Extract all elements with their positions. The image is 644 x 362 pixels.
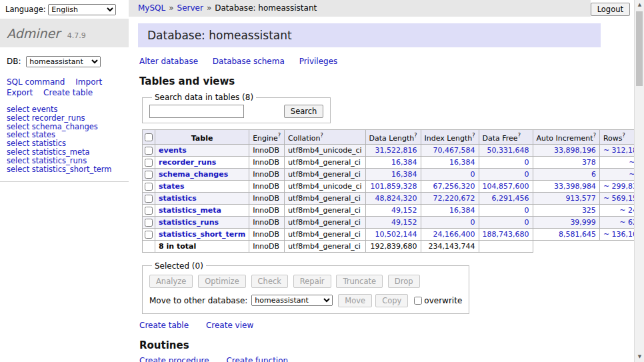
table-link[interactable]: statistics_runs: [159, 218, 219, 227]
data-free-value[interactable]: 0: [525, 206, 529, 215]
auto-increment-value[interactable]: 378: [582, 158, 596, 167]
alter-database-link[interactable]: Alter database: [139, 57, 198, 66]
db-selector-row: DB: homeassistant: [0, 47, 129, 69]
auto-increment-value[interactable]: 913,577: [565, 194, 596, 203]
row-checkbox[interactable]: [145, 207, 153, 215]
sql-command-link[interactable]: SQL command: [7, 77, 65, 87]
privileges-link[interactable]: Privileges: [299, 57, 338, 66]
scroll-down-arrow-icon[interactable]: ▼: [635, 352, 644, 362]
data-free-value[interactable]: 0: [525, 218, 529, 227]
engine-value: InnoDB: [249, 168, 285, 180]
language-select[interactable]: English: [48, 4, 116, 15]
database-schema-link[interactable]: Database schema: [213, 57, 285, 66]
help-icon[interactable]: ?: [472, 133, 475, 139]
table-link[interactable]: schema_changes: [159, 170, 228, 179]
help-icon[interactable]: ?: [622, 133, 625, 139]
data-free-value[interactable]: 104,857,600: [483, 182, 529, 191]
data-free-value[interactable]: 50,331,648: [487, 146, 529, 155]
data-length-value[interactable]: 49,152: [391, 206, 417, 215]
help-icon[interactable]: ?: [320, 133, 323, 139]
auto-increment-value[interactable]: 39,999: [570, 218, 596, 227]
data-length-value[interactable]: 16,384: [391, 170, 417, 179]
table-link[interactable]: recorder_runs: [159, 158, 216, 167]
sidebar-item-select-statistics-short-term[interactable]: select statistics_short_term: [7, 165, 111, 174]
index-length-value[interactable]: 0: [471, 170, 475, 179]
select-all-checkbox[interactable]: [145, 133, 153, 141]
db-label: DB:: [7, 57, 21, 66]
data-length-value[interactable]: 49,152: [391, 218, 417, 227]
repair-button[interactable]: Repair: [293, 275, 331, 288]
table-link[interactable]: statistics_short_term: [159, 230, 245, 239]
move-button[interactable]: Move: [338, 294, 372, 307]
export-link[interactable]: Export: [7, 88, 33, 97]
import-link[interactable]: Import: [75, 77, 102, 87]
db-select[interactable]: homeassistant: [26, 56, 101, 67]
auto-increment-value[interactable]: 8,581,645: [559, 230, 596, 239]
index-length-value[interactable]: 16,384: [449, 206, 475, 215]
index-length-value[interactable]: 16,384: [449, 158, 475, 167]
breadcrumb-mysql-link[interactable]: MySQL: [138, 3, 165, 13]
data-free-value[interactable]: 188,743,680: [483, 230, 529, 239]
analyze-button[interactable]: Analyze: [149, 275, 193, 288]
optimize-button[interactable]: Optimize: [198, 275, 246, 288]
table-link[interactable]: events: [159, 146, 187, 155]
help-icon[interactable]: ?: [414, 133, 417, 139]
breadcrumb-separator: »: [169, 3, 173, 13]
logout-button[interactable]: Logout: [591, 3, 630, 16]
auto-increment-value[interactable]: 33,398,984: [554, 182, 596, 191]
create-links-row: Create table Create view: [139, 321, 601, 330]
data-length-value[interactable]: 10,502,144: [375, 230, 417, 239]
index-length-value[interactable]: 72,220,672: [433, 194, 475, 203]
index-length-value[interactable]: 0: [471, 218, 475, 227]
data-length-value[interactable]: 16,384: [391, 158, 417, 167]
list-item: select statistics_short_term: [7, 165, 122, 174]
search-button[interactable]: Search: [284, 105, 324, 118]
create-view-link[interactable]: Create view: [206, 321, 253, 330]
index-length-value[interactable]: 67,256,320: [433, 182, 475, 191]
data-length-value[interactable]: 101,859,328: [371, 182, 417, 191]
overwrite-checkbox[interactable]: [414, 297, 422, 305]
data-length-value[interactable]: 31,522,816: [375, 146, 417, 155]
scroll-up-arrow-icon[interactable]: ▲: [635, 0, 644, 10]
create-table-link[interactable]: Create table: [139, 321, 189, 330]
row-checkbox[interactable]: [145, 171, 153, 179]
total-label: 8 in total: [155, 240, 249, 252]
index-length-value[interactable]: 70,467,584: [433, 146, 475, 155]
help-icon[interactable]: ?: [593, 133, 596, 139]
sidebar-divider: [0, 181, 129, 182]
table-link[interactable]: states: [159, 182, 185, 191]
move-database-select[interactable]: homeassistant: [251, 295, 333, 306]
data-free-value[interactable]: 0: [525, 158, 529, 167]
row-checkbox[interactable]: [145, 219, 153, 227]
row-checkbox[interactable]: [145, 159, 153, 167]
row-checkbox[interactable]: [145, 183, 153, 191]
row-checkbox[interactable]: [145, 147, 153, 155]
table-link[interactable]: statistics_meta: [159, 206, 221, 215]
create-procedure-link[interactable]: Create procedure: [139, 356, 209, 362]
auto-increment-value[interactable]: 33,898,196: [554, 146, 596, 155]
index-length-value[interactable]: 24,166,400: [433, 230, 475, 239]
data-free-value[interactable]: 0: [525, 170, 529, 179]
auto-increment-value[interactable]: 6: [591, 170, 596, 179]
scrollbar-thumb[interactable]: [636, 11, 643, 86]
overwrite-label[interactable]: overwrite: [424, 296, 462, 305]
table-link[interactable]: statistics: [159, 194, 197, 203]
breadcrumb-server-link[interactable]: Server: [177, 3, 203, 13]
help-icon[interactable]: ?: [518, 133, 521, 139]
copy-button[interactable]: Copy: [375, 294, 408, 307]
breadcrumb-current: Database: homeassistant: [215, 3, 317, 13]
help-icon[interactable]: ?: [278, 133, 281, 139]
column-header-data-free: Data Free: [483, 134, 518, 143]
create-function-link[interactable]: Create function: [226, 356, 288, 362]
row-checkbox[interactable]: [145, 195, 153, 203]
check-button[interactable]: Check: [251, 275, 288, 288]
drop-button[interactable]: Drop: [388, 275, 420, 288]
data-free-value[interactable]: 6,291,456: [492, 194, 529, 203]
auto-increment-value[interactable]: 325: [582, 206, 596, 215]
search-input[interactable]: [149, 105, 244, 118]
data-length-value[interactable]: 48,824,320: [375, 194, 417, 203]
truncate-button[interactable]: Truncate: [336, 275, 383, 288]
row-checkbox[interactable]: [145, 231, 153, 239]
create-table-link-sidebar[interactable]: Create table: [43, 88, 93, 97]
scrollbar[interactable]: ▲ ▼: [634, 0, 644, 362]
